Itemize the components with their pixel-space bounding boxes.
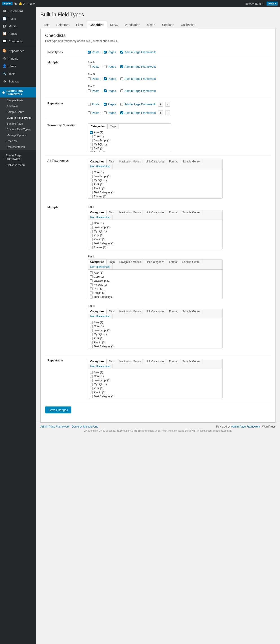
sidebar-item-sample-posts[interactable]: Sample Posts — [0, 98, 36, 103]
all-tax-label-testcat[interactable]: Test Category (1) — [94, 191, 114, 194]
for-iii-check-plugin[interactable] — [90, 341, 93, 344]
for-ii-tab-tags[interactable]: Tags — [107, 260, 117, 264]
for-iii-tab-link-categories[interactable]: Link Categories — [143, 309, 167, 314]
checkbox-rep1-pages-input[interactable] — [104, 103, 107, 106]
checkbox-rep2-posts-label[interactable]: Posts — [92, 111, 99, 114]
all-tax-tab-non-hierarchical[interactable]: Non Hierarchical — [88, 164, 113, 169]
checkbox-posts-input[interactable] — [88, 51, 91, 54]
for-i-tab-categories[interactable]: Categories — [88, 210, 107, 215]
sidebar-item-read-me[interactable]: Read Me — [0, 138, 36, 144]
for-ii-check-php[interactable] — [90, 288, 93, 290]
tax-tab-categories[interactable]: Categories — [88, 124, 107, 129]
checkbox-for-a-posts-label[interactable]: Posts — [92, 65, 99, 68]
tax-check-plugin[interactable] — [90, 151, 93, 152]
for-i-check-php[interactable] — [90, 234, 93, 237]
all-tax-label-plugin[interactable]: Plugin (1) — [94, 187, 105, 190]
all-tax-check-plugin[interactable] — [90, 187, 93, 190]
all-tax-check-mysql[interactable] — [90, 179, 93, 182]
tab-mixed[interactable]: Mixed — [144, 21, 159, 28]
save-changes-button[interactable]: Save Changes — [45, 406, 71, 414]
for-ii-check-mysql[interactable] — [90, 284, 93, 286]
for-i-tab-nav-menus[interactable]: Navigation Menus — [117, 210, 143, 215]
sidebar-item-posts[interactable]: 📄 Posts — [0, 15, 36, 22]
checkbox-rep1-apf-input[interactable] — [120, 103, 123, 106]
checkbox-rep2-pages-label[interactable]: Pages — [108, 111, 116, 114]
sidebar-item-sample-genre[interactable]: Sample Genre — [0, 109, 36, 115]
rep-tax-check-ajax[interactable] — [90, 371, 93, 374]
rep-tax-check-javascript[interactable] — [90, 379, 93, 382]
for-iii-check-mysql[interactable] — [90, 333, 93, 336]
for-i-check-testcat[interactable] — [90, 242, 93, 245]
all-tax-check-core[interactable] — [90, 171, 93, 174]
checkbox-for-b-pages-input[interactable] — [104, 77, 107, 80]
checkbox-for-a-pages-label[interactable]: Pages — [108, 65, 116, 68]
for-iii-check-testcat[interactable] — [90, 345, 93, 348]
all-tax-label-mysql[interactable]: MySQL (1) — [94, 179, 107, 182]
for-i-check-theme[interactable] — [90, 246, 93, 249]
for-iii-tab-tags[interactable]: Tags — [107, 309, 117, 314]
checkbox-rep1-posts-label[interactable]: Posts — [92, 103, 99, 106]
checkbox-rep2-apf-label[interactable]: Admin Page Framework — [124, 111, 156, 114]
for-iii-tab-format[interactable]: Format — [167, 309, 180, 314]
sidebar-item-apf[interactable]: ◉ Admin Page Framework — [0, 87, 36, 98]
footer-apf-link[interactable]: Admin Page Framework — [231, 425, 260, 428]
tax-label-mysql[interactable]: MySQL (1) — [94, 143, 107, 146]
for-ii-tab-format[interactable]: Format — [167, 260, 180, 264]
rep-tax-check-mysql[interactable] — [90, 383, 93, 386]
for-iii-tab-categories[interactable]: Categories — [88, 309, 107, 314]
rep-tax-tab-tags[interactable]: Tags — [107, 359, 117, 364]
checkbox-pages-label[interactable]: Pages — [108, 50, 116, 54]
tab-misc[interactable]: MISC — [107, 21, 121, 28]
checkbox-for-c-posts-input[interactable] — [88, 90, 91, 92]
rep-tax-tab-categories[interactable]: Categories — [88, 359, 107, 364]
sidebar-item-manage-options[interactable]: Manage Options — [0, 132, 36, 138]
tax-label-php[interactable]: PHP (1) — [94, 147, 103, 150]
all-tax-label-php[interactable]: PHP (1) — [94, 183, 103, 186]
for-ii-check-ajax[interactable] — [90, 271, 93, 274]
adminbar-help-button[interactable]: Help ▾ — [266, 2, 278, 6]
checkbox-posts-label[interactable]: Posts — [92, 50, 99, 54]
footer-left-link[interactable]: Admin Page Framework - Demo by Michael U… — [40, 425, 98, 428]
for-ii-check-javascript[interactable] — [90, 280, 93, 282]
checkbox-pages-input[interactable] — [104, 51, 107, 54]
checkbox-for-b-apf-label[interactable]: Admin Page Framework — [124, 77, 156, 80]
tab-sections[interactable]: Sections — [159, 21, 178, 28]
rep-tax-check-testcat[interactable] — [90, 395, 93, 398]
for-i-tab-non-hierarchical[interactable]: Non Hierarchical — [88, 215, 113, 220]
for-ii-tab-categories[interactable]: Categories — [88, 260, 107, 264]
checkbox-for-b-pages-label[interactable]: Pages — [108, 77, 116, 80]
sidebar-item-users[interactable]: 👤 Users — [0, 62, 36, 70]
checkbox-apf-label[interactable]: Admin Page Framework — [124, 50, 156, 54]
tax-label-ajax[interactable]: Ajax (1) — [94, 131, 103, 134]
tab-verification[interactable]: Verification — [121, 21, 144, 28]
all-tax-label-theme[interactable]: Theme (1) — [94, 195, 106, 198]
checkbox-for-b-apf-input[interactable] — [120, 77, 123, 80]
all-tax-tab-link-categories[interactable]: Link Categories — [143, 159, 167, 164]
sidebar-item-pages[interactable]: 📋 Pages — [0, 30, 36, 38]
sidebar-item-collapse[interactable]: Collapse menu — [0, 162, 36, 168]
for-iii-tab-sample-genre[interactable]: Sample Genre — [180, 309, 202, 314]
for-iii-check-php[interactable] — [90, 337, 93, 340]
checkbox-rep1-posts-input[interactable] — [88, 103, 91, 106]
for-i-check-core[interactable] — [90, 222, 93, 225]
tax-check-ajax[interactable] — [90, 131, 93, 134]
all-tax-check-php[interactable] — [90, 183, 93, 186]
all-tax-check-javascript[interactable] — [90, 175, 93, 178]
checkbox-for-a-posts-input[interactable] — [88, 65, 91, 68]
sidebar-item-settings[interactable]: ⚙ Settings — [0, 78, 36, 85]
all-tax-tab-tags[interactable]: Tags — [107, 159, 117, 164]
adminbar-notifications[interactable]: 🔔 0 — [19, 2, 25, 6]
for-ii-tab-link-categories[interactable]: Link Categories — [143, 260, 167, 264]
tax-check-javascript[interactable] — [90, 139, 93, 142]
rep-tax-check-plugin[interactable] — [90, 391, 93, 394]
checkbox-rep1-apf-label[interactable]: Admin Page Framework — [124, 103, 156, 106]
sidebar-item-media[interactable]: 🖼 Media — [0, 22, 36, 30]
all-tax-label-core[interactable]: Core (1) — [94, 171, 104, 174]
checkbox-for-c-apf-label[interactable]: Admin Page Framework — [124, 89, 156, 92]
all-tax-check-theme[interactable] — [90, 195, 93, 198]
rep-tax-tab-non-hierarchical[interactable]: Non Hierarchical — [88, 364, 113, 369]
sidebar-item-comments[interactable]: 💬 Comments — [0, 38, 36, 45]
all-tax-tab-nav-menus[interactable]: Navigation Menus — [117, 159, 143, 164]
tax-tab-tags[interactable]: Tags — [107, 124, 119, 129]
repeatable-remove-button-1[interactable]: - — [165, 102, 170, 107]
